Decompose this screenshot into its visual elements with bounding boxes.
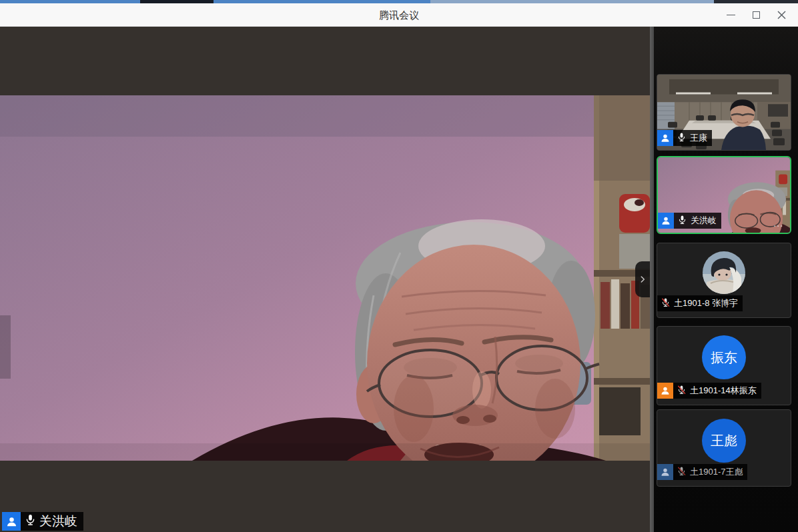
minimize-button[interactable]	[718, 3, 743, 27]
participant-tile-wangbiao[interactable]: 王彪	[657, 409, 791, 487]
main-speaker-video[interactable]	[0, 95, 650, 461]
mic-on-icon	[24, 513, 37, 529]
person-icon	[5, 515, 18, 528]
chevron-right-icon	[638, 275, 647, 284]
participant-tile-guanhongqi-active[interactable]: 关洪岐 ⋯	[657, 156, 791, 234]
close-button[interactable]	[769, 3, 794, 27]
participant-name: 关洪岐	[691, 215, 717, 227]
person-icon	[661, 215, 671, 226]
person-icon	[660, 133, 671, 143]
sidebar-collapse-button[interactable]	[635, 261, 650, 297]
participant-name: 王康	[690, 132, 707, 144]
participant-role-badge	[2, 512, 21, 531]
participant-name: 土1901-14林振东	[690, 385, 757, 397]
participant-tile-wangkang[interactable]: 王康	[657, 74, 791, 151]
participant-name: 土1901-8 张博宇	[674, 297, 738, 309]
minimize-icon	[727, 15, 735, 15]
main-stage: 关洪岐	[0, 27, 650, 532]
participant-nameplate: 王康	[657, 130, 712, 146]
more-options-icon[interactable]: ⋯	[773, 220, 785, 232]
close-icon	[777, 11, 786, 19]
maximize-icon	[753, 11, 760, 19]
avatar-picture	[703, 251, 745, 294]
participant-nameplate: 土1901-8 张博宇	[657, 295, 743, 311]
maximize-button[interactable]	[743, 3, 769, 27]
tencent-meeting-window: 腾讯会议	[0, 0, 798, 532]
titlebar: 腾讯会议	[0, 3, 798, 27]
participant-nameplate: 土1901-7王彪	[657, 464, 747, 480]
participant-role-badge	[657, 464, 673, 480]
speaker-name: 关洪岐	[39, 513, 77, 530]
window-controls	[718, 3, 794, 27]
participant-nameplate: 土1901-14林振东	[657, 383, 761, 399]
mic-muted-icon	[677, 385, 687, 397]
participant-role-badge	[657, 383, 673, 399]
person-icon	[660, 385, 671, 396]
webcam-frame-speaker	[0, 95, 650, 461]
mic-on-icon	[677, 215, 687, 227]
participants-sidebar: 王康	[654, 27, 798, 532]
person-icon	[660, 467, 671, 477]
avatar-initials: 王彪	[702, 419, 746, 463]
window-title: 腾讯会议	[0, 3, 798, 27]
participant-tile-linzhendong[interactable]: 振东	[657, 326, 791, 405]
participant-nameplate: 关洪岐	[658, 213, 721, 229]
mic-on-icon	[677, 132, 687, 144]
mic-muted-icon	[677, 466, 687, 478]
participant-name: 土1901-7王彪	[690, 466, 743, 478]
avatar-initials: 振东	[702, 335, 746, 379]
participant-tile-zhangboyu[interactable]: 土1901-8 张博宇	[657, 243, 791, 318]
mic-muted-icon	[661, 297, 671, 309]
main-speaker-nameplate: 关洪岐	[2, 512, 83, 531]
participant-role-badge	[658, 213, 674, 229]
participant-role-badge	[657, 130, 673, 146]
meeting-body: 关洪岐	[0, 27, 798, 532]
